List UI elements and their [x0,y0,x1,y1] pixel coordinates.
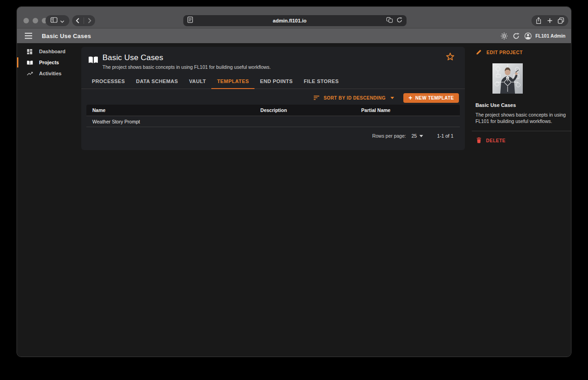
dashboard-icon [26,48,34,55]
chevron-down-icon [60,17,64,25]
browser-toolbar: admin.fl101.io [17,7,571,28]
projects-icon [26,59,34,66]
sidebar-item-projects[interactable]: Projects [17,57,81,68]
plus-icon: + [408,95,413,101]
rows-per-page-value: 25 [412,133,417,139]
forward-button[interactable] [84,15,96,26]
project-card-header: Basic Use Cases The project shows basic … [81,47,465,70]
minimize-window-icon[interactable] [33,18,38,23]
share-icon[interactable] [536,17,542,24]
browser-window: admin.fl101.io Basic Use Cases FL101 Adm… [17,6,571,357]
column-header-description: Description [254,107,356,113]
translate-icon[interactable] [386,17,393,25]
tab-processes[interactable]: PROCESSES [86,74,130,89]
browser-actions [531,15,568,26]
account-icon[interactable] [524,32,532,40]
reload-icon[interactable] [396,17,402,25]
tab-bar: PROCESSESDATA SCHEMASVAULTTEMPLATESEND P… [81,74,465,89]
refresh-icon[interactable] [513,33,520,39]
sidebar-toggle-button[interactable] [45,15,69,26]
table-row[interactable]: Weather Story Prompt [86,116,460,127]
tab-file-stores[interactable]: FILE STORES [298,74,344,89]
delete-label: DELETE [486,138,505,143]
reader-mode-icon[interactable] [187,17,193,25]
sidebar-nav: DashboardProjectsActivities [17,43,81,357]
edit-project-button[interactable]: EDIT PROJECT [475,49,568,56]
window-controls [23,18,47,23]
trash-icon [476,137,481,144]
cell-name: Weather Story Prompt [86,119,254,124]
project-image [492,63,523,94]
sort-label: SORT BY ID DESCENDING [323,95,385,101]
panel-project-title: Basic Use Cases [475,102,568,108]
sidebar-item-activities[interactable]: Activities [17,68,81,79]
tab-overview-icon[interactable] [558,17,564,24]
app-header: Basic Use Cases FL101 Admin [17,28,571,43]
history-nav [72,15,95,26]
tab-vault[interactable]: VAULT [183,74,211,89]
sort-caret-icon [390,97,394,99]
rows-per-page-caret-icon [419,135,423,137]
table-header-row: NameDescriptionPartial Name [86,105,460,116]
menu-icon[interactable] [24,33,33,39]
pencil-icon [476,49,482,56]
rows-per-page-select[interactable]: 25 [412,133,424,139]
pagination-range: 1-1 of 1 [437,133,453,139]
project-detail-panel: EDIT PROJECT [472,43,571,357]
sort-select[interactable]: SORT BY ID DESCENDING [313,95,394,101]
rows-per-page-label: Rows per page: [372,133,406,139]
project-card: Basic Use Cases The project shows basic … [81,47,465,150]
app-body: DashboardProjectsActivities Basic Use Ca… [17,43,571,357]
delete-project-button[interactable]: DELETE [475,137,568,144]
project-subtitle: The project shows basic concepts in usin… [102,64,271,70]
url-text: admin.fl101.io [193,18,386,23]
activities-icon [26,70,34,77]
pagination: Rows per page: 25 1-1 of 1 [81,127,465,139]
column-header-partial-name: Partial Name [355,107,460,113]
user-label[interactable]: FL101 Admin [535,33,566,39]
templates-toolbar: SORT BY ID DESCENDING + NEW TEMPLATE [81,89,465,105]
panel-divider [472,131,571,131]
sidebar-panel-icon [51,17,57,25]
sidebar-item-dashboard[interactable]: Dashboard [17,46,81,57]
close-window-icon[interactable] [23,18,29,23]
app-title: Basic Use Cases [42,33,91,39]
back-button[interactable] [72,15,84,26]
tab-data-schemas[interactable]: DATA SCHEMAS [130,74,183,89]
project-book-icon [88,54,99,65]
address-bar[interactable]: admin.fl101.io [183,15,407,26]
edit-project-label: EDIT PROJECT [486,50,523,55]
tab-end-points[interactable]: END POINTS [254,74,298,89]
column-header-name: Name [86,107,254,113]
settings-gear-icon[interactable] [500,32,508,40]
tab-templates[interactable]: TEMPLATES [211,74,254,89]
project-title: Basic Use Cases [102,53,271,62]
new-template-label: NEW TEMPLATE [415,95,454,101]
templates-table: NameDescriptionPartial Name Weather Stor… [86,105,460,127]
panel-project-description: The project shows basic concepts in usin… [475,112,568,125]
sort-icon [313,95,320,101]
new-tab-icon[interactable] [547,18,553,23]
new-template-button[interactable]: + NEW TEMPLATE [403,93,459,103]
table-body: Weather Story Prompt [86,116,460,127]
favorite-star-icon[interactable] [445,51,456,64]
main-content: Basic Use Cases The project shows basic … [81,43,472,357]
